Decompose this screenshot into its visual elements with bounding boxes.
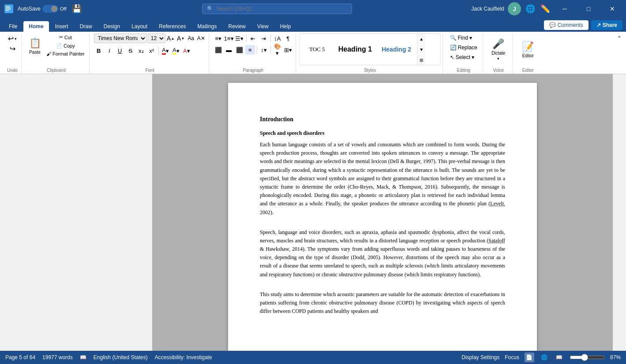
font-group: Times New Roman Calibri Arial 1210111416… bbox=[91, 33, 209, 74]
doc-heading1: Introduction bbox=[260, 115, 505, 124]
tab-design[interactable]: Design bbox=[98, 21, 125, 32]
find-button[interactable]: 🔍 Find ▾ bbox=[447, 33, 475, 42]
bullets-button[interactable]: ≡▾ bbox=[214, 33, 223, 43]
line-spacing-button[interactable]: ↕▾ bbox=[259, 45, 269, 55]
tab-insert[interactable]: Insert bbox=[50, 21, 74, 32]
italic-button[interactable]: I bbox=[105, 46, 114, 56]
select-button[interactable]: ↖ Select ▾ bbox=[447, 53, 477, 62]
align-center-button[interactable]: ▬ bbox=[224, 45, 234, 55]
align-right-button[interactable]: ⬛ bbox=[235, 45, 244, 55]
style-scroll-down[interactable]: ▼ bbox=[417, 44, 425, 55]
increase-indent-button[interactable]: ⇥ bbox=[259, 33, 269, 43]
search-input[interactable] bbox=[216, 6, 347, 12]
copy-button[interactable]: 📄 Copy bbox=[45, 42, 86, 49]
justify-button[interactable]: ≡ bbox=[245, 45, 255, 55]
user-avatar[interactable]: J bbox=[508, 2, 521, 15]
tab-references[interactable]: References bbox=[154, 21, 191, 32]
align-left-button[interactable]: ⬛ bbox=[214, 45, 223, 55]
dictate-button[interactable]: 🎤 Dictate ▾ bbox=[487, 37, 510, 62]
font-size-select[interactable]: 1210111416 bbox=[148, 33, 165, 43]
editing-group: 🔍 Find ▾ 🔄 Replace ↖ Select ▾ Editing bbox=[445, 33, 483, 74]
doc-paragraph-2: Speech, language and voice disorders, su… bbox=[260, 228, 505, 279]
proofing-icon[interactable]: 📖 bbox=[80, 354, 86, 360]
text-color-button[interactable]: A▾ bbox=[182, 46, 191, 56]
superscript-button[interactable]: x² bbox=[147, 46, 157, 56]
editor-group: 📝 Editor Editor bbox=[514, 33, 542, 74]
undo-group: ↩ ▾ ↪ Undo bbox=[4, 33, 22, 74]
page-container[interactable]: Introduction Speech and speech disorders… bbox=[152, 74, 613, 351]
font-name-select[interactable]: Times New Roman Calibri Arial bbox=[94, 33, 147, 43]
format-painter-button[interactable]: 🖌 Format Painter bbox=[45, 50, 86, 57]
search-box[interactable]: 🔍 bbox=[202, 4, 352, 14]
collapse-ribbon-button[interactable]: ⌃ bbox=[616, 33, 622, 43]
paragraph-group-label: Paragraph bbox=[214, 67, 293, 74]
display-settings-button[interactable]: Display Settings bbox=[461, 354, 499, 360]
sort-button[interactable]: ↕A bbox=[273, 33, 282, 43]
language: English (United States) bbox=[94, 354, 148, 360]
pen-icon[interactable]: ✏️ bbox=[540, 4, 551, 14]
web-layout-view-button[interactable]: 🌐 bbox=[540, 353, 549, 362]
status-right: Display Settings Focus 📄 🌐 📖 87% bbox=[461, 353, 621, 362]
font-decrease-button[interactable]: A▼ bbox=[176, 33, 186, 43]
redo-button[interactable]: ↪ bbox=[6, 44, 19, 54]
shading-button[interactable]: 🎨▾ bbox=[273, 45, 282, 55]
decrease-indent-button[interactable]: ⇤ bbox=[248, 33, 258, 43]
focus-button[interactable]: Focus bbox=[505, 354, 519, 360]
tab-view[interactable]: View bbox=[252, 21, 274, 32]
style-heading2[interactable]: Heading 2 bbox=[378, 36, 415, 63]
style-heading1[interactable]: Heading 1 bbox=[334, 36, 376, 63]
tab-file[interactable]: File bbox=[4, 21, 22, 32]
tab-layout[interactable]: Layout bbox=[126, 21, 153, 32]
borders-button[interactable]: ⊞▾ bbox=[283, 45, 293, 55]
underline-button[interactable]: U bbox=[115, 46, 125, 56]
strikethrough-button[interactable]: S bbox=[126, 46, 135, 56]
doc-area: Introduction Speech and speech disorders… bbox=[0, 74, 626, 351]
maximize-button[interactable]: □ bbox=[578, 0, 599, 18]
share-button[interactable]: ↗ Share bbox=[591, 20, 622, 30]
read-view-button[interactable]: 📖 bbox=[555, 353, 564, 362]
styles-group-label: Styles bbox=[300, 67, 441, 74]
editor-button[interactable]: 📝 Editor bbox=[517, 37, 539, 62]
replace-button[interactable]: 🔄 Replace bbox=[447, 43, 480, 52]
accessibility-info[interactable]: Accessibility: Investigate bbox=[155, 354, 212, 360]
tab-review[interactable]: Review bbox=[223, 21, 251, 32]
minimize-button[interactable]: ─ bbox=[555, 0, 575, 18]
user-name: Jack Caulfield bbox=[471, 6, 504, 12]
tab-help[interactable]: Help bbox=[275, 21, 296, 32]
ribbon-tabs: File Home Insert Draw Design Layout Refe… bbox=[0, 18, 626, 32]
globe-icon[interactable]: 🌐 bbox=[525, 4, 536, 14]
title-bar: AutoSave Off 💾 Thesis - Compatibility Mo… bbox=[0, 0, 626, 18]
bold-button[interactable]: B bbox=[94, 46, 104, 56]
comments-button[interactable]: 💬 Comments bbox=[544, 20, 589, 30]
font-increase-button[interactable]: A▲ bbox=[166, 33, 176, 43]
svg-rect-4 bbox=[6, 10, 9, 11]
tab-mailings[interactable]: Mailings bbox=[192, 21, 222, 32]
change-case-button[interactable]: Aa bbox=[186, 33, 196, 43]
left-panel bbox=[0, 74, 152, 351]
highlight-button[interactable]: A▾ bbox=[171, 46, 181, 56]
tab-draw[interactable]: Draw bbox=[75, 21, 97, 32]
print-layout-view-button[interactable]: 📄 bbox=[525, 353, 534, 362]
right-panel bbox=[613, 74, 626, 351]
style-scroll-up[interactable]: ▲ bbox=[417, 33, 425, 44]
subscript-button[interactable]: x₂ bbox=[136, 46, 146, 56]
autosave-toggle[interactable] bbox=[42, 5, 58, 13]
numbering-button[interactable]: 1≡▾ bbox=[224, 33, 234, 43]
clear-format-button[interactable]: A✕ bbox=[196, 33, 206, 43]
tab-home[interactable]: Home bbox=[23, 21, 49, 32]
close-button[interactable]: ✕ bbox=[602, 0, 622, 18]
word-count: 19977 words bbox=[42, 354, 73, 360]
cut-button[interactable]: ✂ Cut bbox=[45, 33, 86, 41]
show-hide-button[interactable]: ¶ bbox=[283, 33, 293, 43]
paragraph-spacer-2 bbox=[260, 284, 505, 290]
multilevel-list-button[interactable]: ☰▾ bbox=[235, 33, 244, 43]
autosave-label: AutoSave bbox=[18, 6, 41, 12]
clipboard-group-label: Clipboard bbox=[26, 67, 86, 74]
style-expand[interactable]: ⊞ bbox=[417, 55, 425, 65]
paste-button[interactable]: 📋 Paste bbox=[26, 33, 44, 58]
undo-button[interactable]: ↩ ▾ bbox=[6, 33, 19, 44]
font-color-button[interactable]: A▾ bbox=[161, 46, 170, 56]
zoom-slider[interactable] bbox=[570, 354, 605, 361]
style-toc5[interactable]: TOC 5 bbox=[302, 36, 333, 63]
save-icon[interactable]: 💾 bbox=[70, 4, 83, 14]
